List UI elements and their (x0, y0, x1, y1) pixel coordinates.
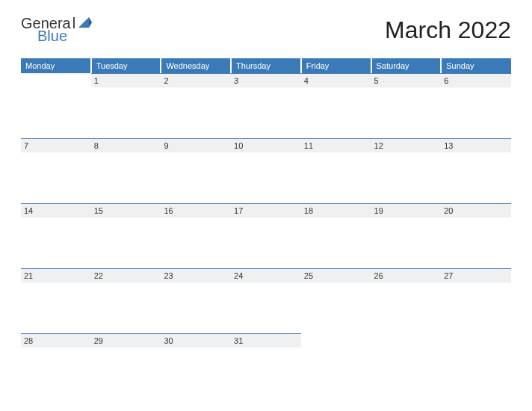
day-cell: 21 (21, 268, 91, 333)
day-cell: . (441, 333, 511, 398)
calendar-grid: Monday Tuesday Wednesday Thursday Friday… (21, 58, 511, 398)
day-number: 26 (371, 268, 442, 282)
logo: General Blue (21, 15, 92, 45)
day-number: 13 (441, 138, 511, 152)
day-number: 4 (301, 73, 371, 87)
day-number: 5 (371, 73, 442, 87)
day-header-friday: Friday (301, 58, 371, 73)
day-cell: 2 (161, 73, 231, 138)
day-cell: 6 (441, 73, 511, 138)
day-cell: . (301, 333, 371, 398)
day-number: 16 (161, 203, 231, 217)
day-cell: 29 (91, 333, 161, 398)
day-cell: 30 (161, 333, 231, 398)
day-number: 15 (91, 203, 161, 217)
day-cell: 22 (91, 268, 161, 333)
day-number: 21 (21, 268, 91, 282)
day-cell: 15 (91, 203, 161, 268)
calendar-body: . 1 2 3 4 5 6 7 8 9 10 11 12 13 14 15 16… (21, 73, 511, 398)
day-number: 25 (301, 268, 371, 282)
day-number: 19 (371, 203, 442, 217)
day-number: 12 (371, 138, 442, 152)
day-number: 7 (21, 138, 91, 152)
day-cell: 20 (441, 203, 511, 268)
day-cell: 12 (371, 138, 442, 203)
day-cell: 18 (301, 203, 371, 268)
day-number: 10 (231, 138, 301, 152)
day-number: 30 (161, 333, 231, 347)
day-cell: 28 (21, 333, 91, 398)
day-header-thursday: Thursday (231, 58, 301, 73)
day-number: 17 (231, 203, 301, 217)
day-cell: 16 (161, 203, 231, 268)
day-cell: 17 (231, 203, 301, 268)
calendar-week-row: 7 8 9 10 11 12 13 (21, 138, 511, 203)
day-number: 11 (301, 138, 371, 152)
day-cell: 7 (21, 138, 91, 203)
day-number: 3 (231, 73, 301, 87)
day-number: 28 (21, 333, 91, 347)
day-cell: 31 (231, 333, 301, 398)
calendar-week-row: 28 29 30 31 . . . (21, 333, 511, 398)
day-cell: 9 (161, 138, 231, 203)
day-number: 2 (161, 73, 231, 87)
day-number: 31 (231, 333, 301, 347)
day-cell: 11 (301, 138, 371, 203)
calendar-week-row: 21 22 23 24 25 26 27 (21, 268, 511, 333)
day-header-tuesday: Tuesday (91, 58, 161, 73)
day-cell: 23 (161, 268, 231, 333)
day-header-saturday: Saturday (371, 58, 442, 73)
day-cell: 14 (21, 203, 91, 268)
day-cell: 10 (231, 138, 301, 203)
day-cell: 8 (91, 138, 161, 203)
day-number: 23 (161, 268, 231, 282)
day-number: 6 (441, 73, 511, 87)
day-header-sunday: Sunday (441, 58, 511, 73)
logo-text-blue: Blue (37, 28, 92, 45)
day-number: 27 (441, 268, 511, 282)
day-cell: 5 (371, 73, 442, 138)
day-cell: 4 (301, 73, 371, 138)
day-cell: 24 (231, 268, 301, 333)
calendar-week-row: . 1 2 3 4 5 6 (21, 73, 511, 138)
day-cell: 1 (91, 73, 161, 138)
day-number: 22 (91, 268, 161, 282)
day-cell: 25 (301, 268, 371, 333)
day-cell: 3 (231, 73, 301, 138)
day-cell: 13 (441, 138, 511, 203)
day-number: 29 (91, 333, 161, 347)
day-cell: 26 (371, 268, 442, 333)
calendar-header: General Blue March 2022 (21, 15, 511, 45)
day-cell: . (21, 73, 91, 138)
day-number: 24 (231, 268, 301, 282)
day-cell: . (371, 333, 442, 398)
day-number: 14 (21, 203, 91, 217)
day-number: 8 (91, 138, 161, 152)
day-header-row: Monday Tuesday Wednesday Thursday Friday… (21, 58, 511, 73)
day-number: 9 (161, 138, 231, 152)
day-number: 18 (301, 203, 371, 217)
day-number: 20 (441, 203, 511, 217)
day-cell: 27 (441, 268, 511, 333)
day-header-monday: Monday (21, 58, 91, 73)
calendar-title: March 2022 (385, 16, 511, 44)
day-header-wednesday: Wednesday (161, 58, 231, 73)
day-number: 1 (91, 73, 161, 87)
day-cell: 19 (371, 203, 442, 268)
calendar-week-row: 14 15 16 17 18 19 20 (21, 203, 511, 268)
